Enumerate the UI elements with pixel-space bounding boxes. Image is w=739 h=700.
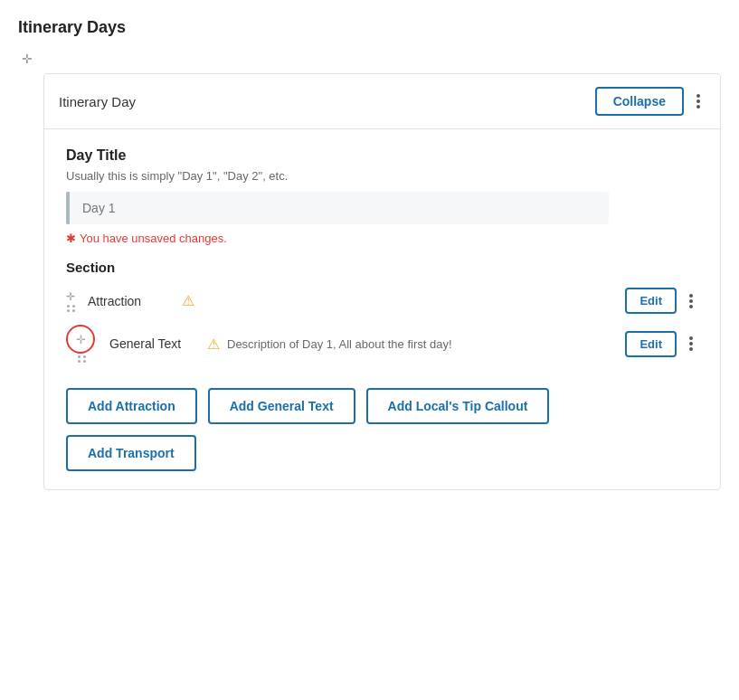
collapse-button[interactable]: Collapse <box>595 87 684 116</box>
day-title-input[interactable] <box>66 192 609 224</box>
add-buttons-row: Add Attraction Add General Text Add Loca… <box>66 388 698 424</box>
attraction-warning-icon: ⚠ <box>182 292 194 309</box>
attraction-item-middle: Attraction ⚠ <box>88 292 618 309</box>
general-text-more-menu[interactable] <box>684 335 698 353</box>
general-text-name: General Text <box>109 336 200 351</box>
general-text-warning-icon: ⚠ <box>207 336 220 353</box>
section-item-attraction: ✛ Attraction ⚠ Edit <box>66 288 698 314</box>
section-items: ✛ Attraction ⚠ Edit <box>66 288 698 363</box>
add-general-text-button[interactable]: Add General Text <box>208 388 355 424</box>
itinerary-day-header: Itinerary Day Collapse <box>44 74 720 129</box>
attraction-name: Attraction <box>88 294 178 308</box>
attraction-drag-dots <box>67 305 76 312</box>
add-attraction-button[interactable]: Add Attraction <box>66 388 197 424</box>
add-buttons-row-2: Add Transport <box>66 435 698 471</box>
attraction-more-menu[interactable] <box>684 292 698 310</box>
header-right: Collapse <box>595 87 706 116</box>
section-label: Section <box>66 260 698 275</box>
page-title: Itinerary Days <box>18 18 721 37</box>
general-text-drag-dots <box>78 355 87 363</box>
section-item-general-text: ✛ General Text ⚠ Description of Day 1, A… <box>66 325 698 363</box>
general-text-drag-area[interactable]: ✛ <box>66 325 99 363</box>
general-text-item-middle: General Text ⚠ Description of Day 1, All… <box>109 336 618 353</box>
attraction-item-right: Edit <box>625 288 698 314</box>
outer-drag-handle[interactable]: ✛ <box>22 52 719 66</box>
add-transport-button[interactable]: Add Transport <box>66 435 196 471</box>
day-title-hint: Usually this is simply "Day 1", "Day 2",… <box>66 169 698 183</box>
add-locals-tip-button[interactable]: Add Local's Tip Callout <box>366 388 550 424</box>
day-content: Day Title Usually this is simply "Day 1"… <box>44 129 720 489</box>
general-text-circled-drag[interactable]: ✛ <box>66 325 95 354</box>
itinerary-day-label: Itinerary Day <box>59 94 136 109</box>
unsaved-warning: You have unsaved changes. <box>66 232 698 245</box>
general-text-description: Description of Day 1, All about the firs… <box>227 337 618 351</box>
general-text-edit-button[interactable]: Edit <box>625 331 677 357</box>
circled-drag-cross-icon: ✛ <box>76 333 86 346</box>
attraction-edit-button[interactable]: Edit <box>625 288 677 314</box>
itinerary-day-container: Itinerary Day Collapse Day Title Usually… <box>43 73 721 490</box>
attraction-drag-cross[interactable]: ✛ <box>66 290 75 303</box>
itinerary-day-more-menu[interactable] <box>691 92 706 110</box>
general-text-item-right: Edit <box>625 331 698 357</box>
attraction-drag-area[interactable]: ✛ <box>66 290 77 312</box>
day-title-label: Day Title <box>66 147 698 164</box>
